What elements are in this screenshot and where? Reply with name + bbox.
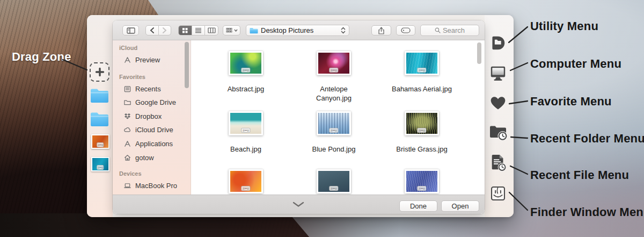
grid-view-icon <box>182 27 188 33</box>
annotation-favorite-menu: Favorite Menu <box>530 95 612 109</box>
view-mode-control <box>178 25 218 35</box>
file-thumbnail: jpeg <box>229 169 263 193</box>
file-grid: jpeg Abstract.jpg jpeg Antelope Canyon.j… <box>191 40 485 195</box>
file-row3[interactable]: jpeg <box>378 169 466 196</box>
file-bahamas-aerial[interactable]: jpeg Bahamas Aerial.jpg <box>378 51 466 94</box>
navigation-buttons <box>145 25 171 35</box>
sidebar-item-preview[interactable]: Preview <box>123 54 160 65</box>
file-abstract[interactable]: jpeg Abstract.jpg <box>202 51 290 94</box>
dialog-sidebar: iCloud Preview Favorites Recents Goo <box>113 40 191 195</box>
toggle-sidebar-button[interactable] <box>122 25 139 35</box>
annotation-computer-menu: Computer Menu <box>530 57 621 71</box>
finder-panel-window: jpeg jpeg <box>87 15 514 217</box>
share-button[interactable] <box>371 25 391 35</box>
file-thumbnail: jpeg <box>317 51 351 75</box>
dragged-folder-icon[interactable] <box>90 88 109 103</box>
location-label: Desktop Pictures <box>261 26 338 34</box>
home-icon <box>123 154 131 162</box>
back-button[interactable] <box>146 26 158 35</box>
annotation-recent-file-menu: Recent File Menu <box>530 168 629 182</box>
plus-icon <box>94 67 105 77</box>
done-button[interactable]: Done <box>399 200 437 212</box>
popup-chevrons-icon <box>341 27 346 34</box>
file-thumbnail: jpeg <box>405 169 439 193</box>
search-icon <box>435 27 441 33</box>
annotation-drag-zone: Drag Zone <box>12 50 71 64</box>
sidebar-item-label: MacBook Pro <box>135 182 177 190</box>
list-view-button[interactable] <box>192 26 206 35</box>
chevron-left-icon <box>150 27 155 33</box>
laptop-icon <box>123 182 131 190</box>
dialog-footer: Done Open <box>113 195 485 214</box>
finder-icon <box>489 185 507 202</box>
sidebar-header-favorites: Favorites <box>119 74 145 80</box>
dragged-image-thumbnail[interactable]: jpeg <box>91 157 109 171</box>
sidebar-item-google-drive[interactable]: Google Drive <box>123 97 176 107</box>
file-name: Bristle Grass.jpg <box>387 145 457 154</box>
file-row3[interactable]: jpeg <box>202 169 290 196</box>
sidebar-item-gotow[interactable]: gotow <box>123 152 154 163</box>
open-button[interactable]: Open <box>441 200 479 212</box>
file-name: Abstract.jpg <box>211 84 281 94</box>
column-view-icon <box>208 27 216 33</box>
sidebar-header-devices: Devices <box>119 170 142 177</box>
dragged-image-thumbnail[interactable]: jpeg <box>91 134 109 149</box>
file-thumbnail: jpeg <box>317 169 351 193</box>
file-thumbnail: jpeg <box>229 51 263 75</box>
file-name: Blue Pond.jpg <box>299 145 369 154</box>
drag-zone-target[interactable] <box>90 62 109 82</box>
sidebar-item-label: Dropbox <box>135 112 162 120</box>
sidebar-item-macbook-pro[interactable]: MacBook Pro <box>123 180 177 191</box>
dragged-folder-icon[interactable] <box>90 111 109 127</box>
computer-menu-button[interactable] <box>488 63 508 83</box>
forward-button[interactable] <box>158 26 171 35</box>
file-thumbnail: jpeg <box>405 51 439 75</box>
file-row3[interactable]: jpeg <box>290 169 378 196</box>
sidebar-item-label: iCloud Drive <box>135 126 173 134</box>
file-name: Bahamas Aerial.jpg <box>387 84 457 94</box>
heart-icon <box>489 95 507 112</box>
content-scrollbar-thumb[interactable] <box>477 42 481 64</box>
search-input[interactable]: Search <box>420 25 479 36</box>
open-dialog: Desktop Pictures <box>113 20 485 214</box>
finder-window-menu-button[interactable] <box>488 184 508 203</box>
file-type-badge: jpeg <box>97 142 104 147</box>
file-type-badge: jpeg <box>417 186 426 191</box>
arrange-grid-icon <box>226 27 232 34</box>
file-clock-icon <box>489 153 507 173</box>
computer-icon <box>489 64 507 82</box>
file-type-badge: jpeg <box>329 128 338 133</box>
column-view-button[interactable] <box>205 26 218 35</box>
icon-view-button[interactable] <box>179 26 192 35</box>
sidebar-item-label: Google Drive <box>135 98 176 106</box>
location-popup[interactable]: Desktop Pictures <box>246 25 349 36</box>
utility-icon <box>489 34 507 52</box>
sidebar-item-dropbox[interactable]: Dropbox <box>123 111 162 121</box>
dropbox-icon <box>123 112 131 120</box>
recent-file-menu-button[interactable] <box>488 153 508 173</box>
utility-menu-button[interactable] <box>488 33 508 53</box>
chevron-down-icon <box>234 29 238 32</box>
cloud-icon <box>123 126 131 134</box>
expand-chevron-button[interactable] <box>291 201 305 208</box>
share-icon <box>378 27 385 34</box>
file-type-badge: jpeg <box>241 68 250 73</box>
sidebar-item-applications[interactable]: Applications <box>123 138 173 149</box>
sidebar-item-icloud-drive[interactable]: iCloud Drive <box>123 124 173 135</box>
folder-outline-icon <box>123 98 131 106</box>
tags-button[interactable] <box>396 25 415 35</box>
sidebar-item-recents[interactable]: Recents <box>123 83 161 94</box>
file-antelope-canyon[interactable]: jpeg Antelope Canyon.jpg <box>290 51 378 103</box>
file-bristle-grass[interactable]: jpeg Bristle Grass.jpg <box>378 111 466 154</box>
sidebar-scrollbar-thumb[interactable] <box>185 42 189 88</box>
arrange-menu-button[interactable] <box>223 25 240 35</box>
file-blue-pond[interactable]: jpeg Blue Pond.jpg <box>290 111 378 154</box>
recent-folder-menu-button[interactable] <box>488 123 508 142</box>
sidebar-item-label: Applications <box>135 140 173 148</box>
chevron-right-icon <box>162 27 167 33</box>
tag-icon <box>401 27 411 33</box>
favorite-menu-button[interactable] <box>488 94 508 113</box>
file-beach[interactable]: jpeg Beach.jpg <box>202 111 290 154</box>
sidebar-item-label: gotow <box>135 154 154 162</box>
annotation-utility-menu: Utility Menu <box>530 19 598 33</box>
